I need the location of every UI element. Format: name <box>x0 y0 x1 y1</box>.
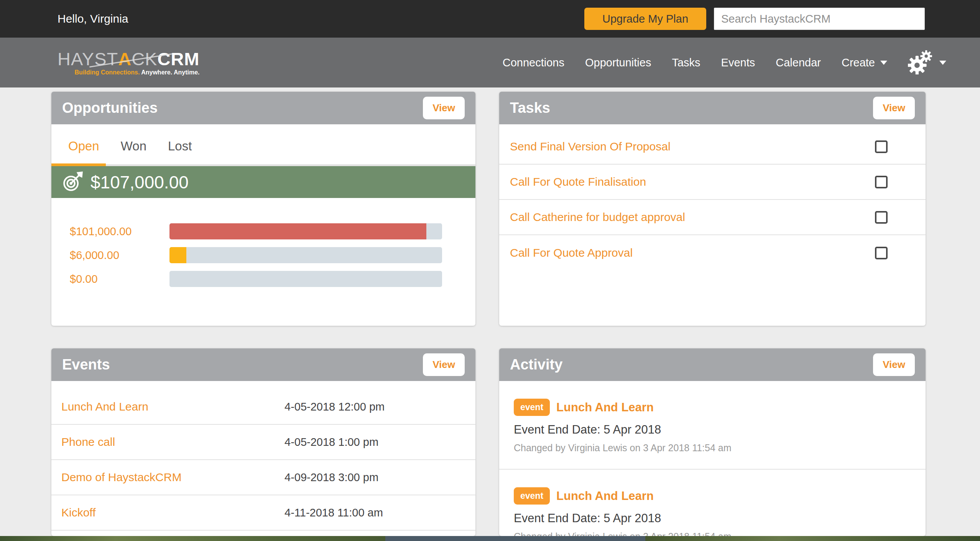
task-row: Call For Quote Approval <box>499 235 926 270</box>
activity-meta: Changed by Virginia Lewis on 3 Apr 2018 … <box>514 531 911 536</box>
task-row: Send Final Version Of Proposal <box>499 129 926 165</box>
search-input[interactable] <box>714 8 925 30</box>
activity-card: Activity View event Lunch And Learn Even… <box>499 348 926 536</box>
bar-fill <box>169 247 186 263</box>
logo-wordmark: HAYSTACKCRM <box>58 50 200 68</box>
task-link[interactable]: Call For Quote Finalisation <box>510 175 646 188</box>
activity-detail: Event End Date: 5 Apr 2018 <box>514 511 911 525</box>
tagline-rest: Anywhere. Anytime. <box>140 69 199 76</box>
opportunities-card-header: Opportunities View <box>51 92 475 124</box>
event-row: Demo of HaystackCRM 4-09-2018 3:00 pm <box>51 460 475 495</box>
task-link[interactable]: Send Final Version Of Proposal <box>510 140 671 153</box>
task-checkbox[interactable] <box>875 247 888 259</box>
task-row: Call Catherine for budget approval <box>499 200 926 235</box>
logo-text-post: CK <box>132 49 157 69</box>
activity-card-header: Activity View <box>499 348 926 381</box>
nav-links: Connections Opportunities Tasks Events C… <box>503 49 946 76</box>
nav-item-calendar[interactable]: Calendar <box>776 56 821 69</box>
logo-tagline: Building Connections. Anywhere. Anytime. <box>58 69 200 76</box>
topbar-actions: Upgrade My Plan <box>584 8 925 30</box>
bar-label: $101,000.00 <box>70 225 169 238</box>
event-list: Lunch And Learn 4-05-2018 12:00 pm Phone… <box>51 381 475 531</box>
settings-dropdown[interactable] <box>908 49 946 76</box>
main-nav-bar: HAYSTACKCRM Building Connections. Anywhe… <box>0 38 980 87</box>
tasks-card-header: Tasks View <box>499 92 926 124</box>
active-tab-underline <box>51 163 106 166</box>
bar-label: $6,000.00 <box>70 249 169 262</box>
task-checkbox[interactable] <box>875 140 888 153</box>
activity-item-head: event Lunch And Learn <box>514 487 911 505</box>
logo-text-crm: CRM <box>157 49 199 69</box>
events-view-button[interactable]: View <box>423 353 465 376</box>
event-datetime: 4-09-2018 3:00 pm <box>284 471 378 484</box>
nav-item-opportunities[interactable]: Opportunities <box>585 56 651 69</box>
opportunities-card: Opportunities View Open Won Lost $107,00… <box>51 92 475 326</box>
event-link[interactable]: Demo of HaystackCRM <box>61 471 284 484</box>
activity-view-button[interactable]: View <box>873 353 915 376</box>
open-total-value: $107,000.00 <box>90 172 189 193</box>
event-link[interactable]: Lunch And Learn <box>61 400 284 413</box>
tasks-view-button[interactable]: View <box>873 97 915 119</box>
activity-item-head: event Lunch And Learn <box>514 399 911 416</box>
activity-list: event Lunch And Learn Event End Date: 5 … <box>499 381 926 536</box>
tab-open[interactable]: Open <box>68 139 99 153</box>
activity-item: event Lunch And Learn Event End Date: 5 … <box>499 381 926 469</box>
chevron-down-icon <box>939 61 946 65</box>
event-link[interactable]: Phone call <box>61 435 284 449</box>
nav-item-tasks[interactable]: Tasks <box>672 56 700 69</box>
activity-item: event Lunch And Learn Event End Date: 5 … <box>499 469 926 536</box>
bar-fill <box>169 223 426 239</box>
bar-label: $0.00 <box>70 273 169 285</box>
bar-row: $6,000.00 <box>70 247 475 263</box>
opportunity-bars: $101,000.00 $6,000.00 $0.00 <box>51 198 475 287</box>
task-list: Send Final Version Of Proposal Call For … <box>499 124 926 270</box>
task-link[interactable]: Call For Quote Approval <box>510 246 633 259</box>
upgrade-plan-button[interactable]: Upgrade My Plan <box>584 8 706 30</box>
events-title: Events <box>62 356 110 373</box>
photo-strip-left <box>0 536 385 541</box>
event-type-badge: event <box>514 399 550 416</box>
photo-strip-right <box>645 536 980 541</box>
top-bar: Hello, Virginia Upgrade My Plan <box>0 0 980 38</box>
event-row: Phone call 4-05-2018 1:00 pm <box>51 425 475 460</box>
tab-underline <box>51 164 475 166</box>
events-card-header: Events View <box>51 348 475 381</box>
nav-item-events[interactable]: Events <box>721 56 755 69</box>
nav-create-dropdown[interactable]: Create <box>842 56 887 69</box>
task-row: Call For Quote Finalisation <box>499 165 926 200</box>
opportunities-view-button[interactable]: View <box>423 97 465 119</box>
opportunities-title: Opportunities <box>62 100 158 116</box>
open-total-banner: $107,000.00 <box>51 166 475 198</box>
activity-event-link[interactable]: Lunch And Learn <box>556 401 654 414</box>
event-datetime: 4-05-2018 12:00 pm <box>284 401 385 413</box>
activity-title: Activity <box>510 356 562 373</box>
event-row: Lunch And Learn 4-05-2018 12:00 pm <box>51 389 475 425</box>
opportunities-tabs: Open Won Lost <box>51 124 475 153</box>
activity-meta: Changed by Virginia Lewis on 3 Apr 2018 … <box>514 442 911 454</box>
bar-row: $0.00 <box>70 271 475 287</box>
nav-item-connections[interactable]: Connections <box>503 56 564 69</box>
tab-won[interactable]: Won <box>121 139 146 153</box>
bar-track <box>169 247 442 263</box>
target-icon <box>63 172 83 193</box>
task-checkbox[interactable] <box>875 211 888 224</box>
event-datetime: 4-05-2018 1:00 pm <box>284 436 378 449</box>
tab-lost[interactable]: Lost <box>168 139 192 153</box>
haystackcrm-logo[interactable]: HAYSTACKCRM Building Connections. Anywhe… <box>58 50 200 76</box>
nav-item-create[interactable]: Create <box>842 56 875 69</box>
gears-icon <box>908 49 933 76</box>
activity-event-link[interactable]: Lunch And Learn <box>556 489 654 503</box>
bar-row: $101,000.00 <box>70 223 475 239</box>
logo-letter-a: A <box>118 49 132 69</box>
task-checkbox[interactable] <box>875 176 888 188</box>
event-link[interactable]: Kickoff <box>61 506 284 519</box>
task-link[interactable]: Call Catherine for budget approval <box>510 211 685 224</box>
event-type-badge: event <box>514 487 550 505</box>
event-row: Kickoff 4-11-2018 11:00 am <box>51 495 475 531</box>
tagline-accent: Building Connections. <box>75 69 140 76</box>
user-greeting: Hello, Virginia <box>58 12 128 25</box>
bar-track <box>169 223 442 239</box>
background-photo-strip <box>0 536 980 541</box>
tasks-title: Tasks <box>510 100 550 116</box>
events-card: Events View Lunch And Learn 4-05-2018 12… <box>51 348 475 536</box>
